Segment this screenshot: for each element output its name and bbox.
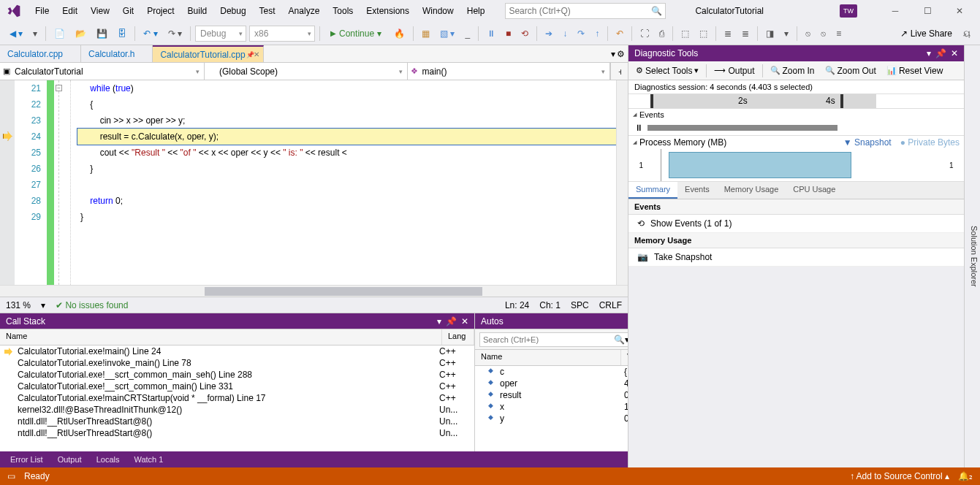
autos-row[interactable]: c{...}Calculator: [475, 366, 628, 378]
memory-section-head[interactable]: Process Memory (MB) ▼ Snapshot ● Private…: [628, 136, 964, 149]
tab-locals[interactable]: Locals: [89, 453, 127, 466]
quick-launch-search[interactable]: 🔍: [505, 3, 666, 19]
tb-btn-7[interactable]: ⬚: [677, 26, 693, 41]
menu-debug[interactable]: Debug: [214, 3, 251, 19]
issues-status[interactable]: ✔ No issues found: [56, 300, 128, 310]
menu-view[interactable]: View: [85, 3, 115, 19]
outline-gutter[interactable]: −: [54, 80, 66, 285]
callstack-body[interactable]: CalculatorTutorial.exe!main() Line 24C++…: [0, 345, 474, 451]
take-snapshot-item[interactable]: 📷Take Snapshot: [628, 248, 964, 267]
tab-dropdown-button[interactable]: ▾: [611, 49, 615, 59]
tb-btn-5[interactable]: ⛶: [637, 26, 653, 41]
tb-btn-11[interactable]: ◨: [762, 26, 778, 41]
tb-btn-4[interactable]: ↶: [612, 26, 627, 41]
nav-scope-combo[interactable]: (Global Scope): [205, 63, 408, 80]
autos-title[interactable]: Autos ▾📌✕: [475, 313, 628, 329]
zoom-out-button[interactable]: 🔍 Zoom Out: [821, 64, 881, 77]
autos-col-value[interactable]: Value: [621, 350, 628, 365]
tb-btn-1[interactable]: ▦: [418, 26, 433, 41]
tb-btn-13[interactable]: ⍉: [802, 26, 814, 41]
save-all-button[interactable]: 🗄: [114, 26, 130, 41]
menu-edit[interactable]: Edit: [56, 3, 83, 19]
split-button[interactable]: ⫞: [610, 63, 628, 80]
zoom-level[interactable]: 131 %: [6, 300, 31, 310]
config-combo[interactable]: Debug: [195, 26, 246, 42]
pin-icon[interactable]: 📌: [935, 48, 946, 58]
redo-button[interactable]: ↷ ▾: [164, 26, 186, 41]
tab-settings-button[interactable]: ⚙: [617, 49, 625, 59]
menu-build[interactable]: Build: [182, 3, 213, 19]
menu-help[interactable]: Help: [461, 3, 491, 19]
breakpoint-gutter[interactable]: [0, 80, 15, 285]
menu-test[interactable]: Test: [254, 3, 281, 19]
autos-row[interactable]: oper47 '/'char: [475, 378, 628, 389]
nav-fwd-button[interactable]: ▾: [29, 26, 41, 41]
tb-btn-14[interactable]: ⍉: [817, 26, 829, 41]
close-button[interactable]: ✕: [943, 1, 976, 21]
tab-output[interactable]: Output: [50, 453, 89, 466]
show-next-stmt-button[interactable]: ➔: [542, 26, 556, 41]
nav-func-combo[interactable]: ❖main(): [408, 63, 611, 80]
callstack-row[interactable]: CalculatorTutorial.exe!__scrt_common_mai…: [0, 369, 474, 381]
nav-back-button[interactable]: ◀ ▾: [6, 26, 26, 41]
continue-button[interactable]: Continue ▾: [324, 26, 387, 41]
hot-reload-button[interactable]: 🔥: [390, 26, 409, 41]
restart-button[interactable]: ⟲: [517, 26, 532, 41]
save-button[interactable]: 💾: [93, 26, 111, 41]
notifications-button[interactable]: 🔔₂: [958, 471, 973, 481]
show-events-item[interactable]: ⟲Show Events (1 of 1): [628, 215, 964, 233]
tb-btn-2[interactable]: ▧ ▾: [436, 26, 458, 41]
diagnostic-title[interactable]: Diagnostic Tools ▾📌✕: [628, 45, 964, 61]
step-out-button[interactable]: ↑: [591, 26, 603, 41]
zoom-in-button[interactable]: 🔍 Zoom In: [766, 64, 819, 77]
menu-window[interactable]: Window: [417, 3, 460, 19]
vertical-scrollbar[interactable]: [616, 80, 628, 285]
select-tools-button[interactable]: ⚙ Select Tools ▾: [631, 64, 703, 77]
close-icon[interactable]: ✕: [951, 48, 958, 58]
undo-button[interactable]: ↶ ▾: [140, 26, 161, 41]
horizontal-scrollbar[interactable]: [0, 285, 628, 297]
output-button[interactable]: ⟶ Output: [710, 64, 759, 77]
new-button[interactable]: 📄: [50, 26, 69, 41]
diag-tab-cpu[interactable]: CPU Usage: [786, 182, 843, 199]
tb-btn-12[interactable]: ▾: [780, 26, 792, 41]
autos-row[interactable]: y0.0000000000000000double: [475, 413, 628, 424]
source-control-button[interactable]: ↑ Add to Source Control ▴: [850, 471, 949, 481]
tab-calculator-cpp[interactable]: Calculator.cpp: [0, 45, 81, 62]
reset-view-button[interactable]: 📊 Reset View: [882, 64, 947, 77]
menu-git[interactable]: Git: [117, 3, 140, 19]
autos-search[interactable]: 🔍▾: [479, 332, 628, 347]
code-body[interactable]: while (true) { cin >> x >> oper >> y; re…: [77, 80, 628, 285]
search-input[interactable]: [509, 6, 651, 16]
tab-calculatortutorial-cpp[interactable]: CalculatorTutorial.cpp 📌 ✕: [153, 45, 263, 62]
autos-row[interactable]: x10.000000000000000double: [475, 401, 628, 413]
solution-explorer-tab[interactable]: Solution Explorer: [964, 45, 980, 467]
diag-tab-memory[interactable]: Memory Usage: [717, 182, 786, 199]
callstack-row[interactable]: CalculatorTutorial.exe!main() Line 24C++: [0, 345, 474, 357]
tb-btn-15[interactable]: ≡: [832, 26, 845, 41]
callstack-row[interactable]: CalculatorTutorial.exe!mainCRTStartup(vo…: [0, 392, 474, 404]
callstack-row[interactable]: CalculatorTutorial.exe!invoke_main() Lin…: [0, 357, 474, 369]
events-section-head[interactable]: Events: [628, 109, 964, 121]
close-tab-icon[interactable]: ✕: [251, 50, 262, 58]
autos-row[interactable]: result0.0000000000000000double: [475, 389, 628, 401]
panel-dropdown-icon[interactable]: ▾: [927, 48, 931, 58]
time-ruler[interactable]: 2s 4s: [628, 94, 964, 109]
minimize-button[interactable]: ─: [879, 1, 911, 21]
stop-button[interactable]: ■: [502, 26, 514, 41]
tab-watch1[interactable]: Watch 1: [126, 453, 170, 466]
menu-analyze[interactable]: Analyze: [283, 3, 326, 19]
nav-project-combo[interactable]: ▣CalculatorTutorial: [0, 63, 205, 80]
callstack-row[interactable]: ntdll.dll!__RtlUserThreadStart@8()Un...: [0, 416, 474, 427]
pin-icon[interactable]: 📌: [446, 316, 457, 326]
autos-col-name[interactable]: Name: [475, 350, 621, 365]
step-over-button[interactable]: ↷: [574, 26, 588, 41]
step-into-button[interactable]: ↓: [559, 26, 571, 41]
callstack-col-name[interactable]: Name: [0, 329, 442, 345]
tb-btn-8[interactable]: ⬚: [696, 26, 711, 41]
callstack-row[interactable]: kernel32.dll!@BaseThreadInitThunk@12()Un…: [0, 404, 474, 416]
feedback-button[interactable]: ୟ: [960, 26, 974, 41]
platform-combo[interactable]: x86: [249, 26, 315, 42]
live-share-button[interactable]: ↗ Live Share: [896, 26, 957, 41]
autos-body[interactable]: c{...}Calculatoroper47 '/'charresult0.00…: [475, 366, 628, 451]
